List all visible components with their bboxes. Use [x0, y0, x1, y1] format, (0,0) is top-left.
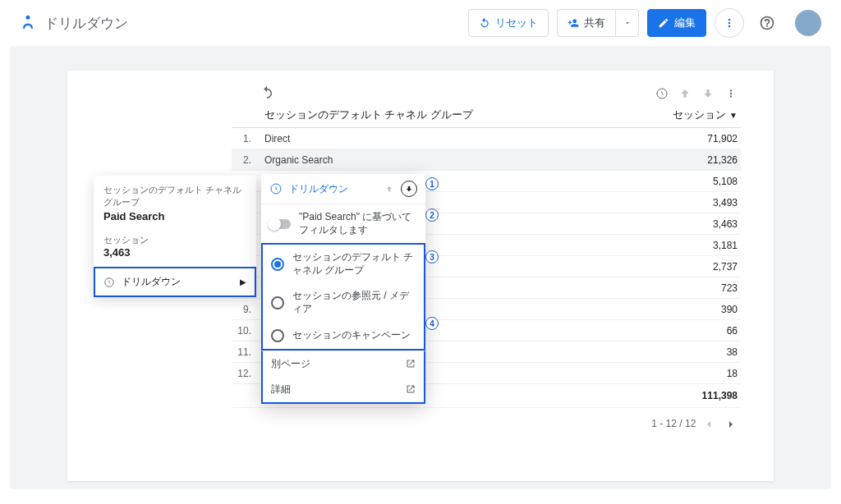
- looker-studio-logo-icon: [20, 15, 36, 31]
- popup-title: ドリルダウン: [289, 182, 378, 196]
- share-dropdown-caret[interactable]: [616, 9, 639, 37]
- undo-icon: [479, 17, 490, 29]
- table-row[interactable]: 2.Organic Search21,326: [232, 149, 741, 171]
- report-page: セッションのデフォルト チャネル グループ セッション▼ 1.Direct71,…: [67, 71, 774, 481]
- app-header: ドリルダウン リセット 共有 編集: [0, 0, 841, 46]
- drill-dimension-group: セッションのデフォルト チャネル グループセッションの参照元 / メディアセッシ…: [261, 243, 425, 350]
- table-more-icon[interactable]: [721, 84, 741, 103]
- tooltip-metric-value: 3,463: [94, 246, 256, 267]
- table-pager: 1 - 12 / 12: [232, 415, 741, 434]
- dimension-header[interactable]: セッションのデフォルト チャネル グループ: [261, 103, 622, 128]
- callout-1: 1: [425, 177, 439, 190]
- metric-cell: 2,737: [622, 256, 741, 277]
- drill-links-group: 別ページ 詳細: [261, 351, 425, 404]
- total-value: 111,398: [622, 384, 741, 408]
- metric-cell: 390: [622, 299, 741, 320]
- help-icon: [759, 15, 775, 31]
- metric-cell: 66: [622, 320, 741, 341]
- tooltip-drilldown-row[interactable]: ドリルダウン ▶: [94, 267, 256, 297]
- pencil-icon: [658, 17, 669, 29]
- more-menu-button[interactable]: [715, 8, 744, 38]
- cell-tooltip: セッションのデフォルト チャネル グループ Paid Search セッション …: [94, 176, 256, 297]
- callout-4: 4: [425, 317, 439, 330]
- radio-icon: [271, 329, 284, 342]
- drill-up-button[interactable]: [381, 181, 398, 197]
- drill-down-button[interactable]: [401, 181, 417, 197]
- svg-point-0: [26, 16, 30, 20]
- metric-cell: 3,493: [622, 192, 741, 213]
- radio-icon: [271, 258, 284, 271]
- sort-desc-icon: ▼: [729, 111, 738, 120]
- popup-link-new-page[interactable]: 別ページ: [263, 351, 424, 377]
- reset-button[interactable]: リセット: [468, 9, 549, 37]
- table-row[interactable]: 1.Direct71,902: [232, 128, 741, 149]
- metric-cell: 3,463: [622, 213, 741, 235]
- radio-icon: [271, 296, 284, 309]
- pager-prev[interactable]: [699, 415, 719, 434]
- metric-header[interactable]: セッション▼: [622, 103, 741, 128]
- popup-link-detail[interactable]: 詳細: [263, 377, 424, 402]
- drill-reset-icon[interactable]: [652, 84, 672, 103]
- drill-dimension-option[interactable]: セッションの参照元 / メディア: [263, 283, 424, 322]
- drill-down-icon[interactable]: [698, 84, 718, 103]
- callout-2: 2: [425, 208, 439, 222]
- history-icon: [103, 277, 115, 288]
- drill-dimension-option[interactable]: セッションのデフォルト チャネル グループ: [263, 245, 424, 283]
- undo-icon[interactable]: [260, 85, 274, 100]
- metric-cell: 3,181: [622, 235, 741, 256]
- toggle-switch[interactable]: [269, 219, 291, 229]
- popup-filter-row[interactable]: "Paid Search" に基づいてフィルタします: [261, 204, 425, 243]
- share-button[interactable]: 共有: [557, 9, 616, 37]
- callout-3: 3: [425, 250, 439, 263]
- tooltip-dim-value: Paid Search: [94, 210, 256, 229]
- metric-cell: 5,108: [622, 171, 741, 192]
- person-add-icon: [568, 17, 579, 29]
- metric-cell: 21,326: [622, 149, 741, 171]
- dimension-cell: Organic Search: [261, 149, 622, 171]
- drilldown-popup: ドリルダウン "Paid Search" に基づいてフィルタします セッションの…: [261, 174, 425, 404]
- metric-cell: 18: [622, 363, 741, 384]
- tooltip-dim-label: セッションのデフォルト チャネル グループ: [94, 176, 256, 210]
- drill-up-icon[interactable]: [675, 84, 695, 103]
- drill-dimension-option[interactable]: セッションのキャンペーン: [263, 323, 424, 349]
- dimension-cell: Direct: [261, 128, 622, 149]
- user-avatar[interactable]: [795, 10, 821, 36]
- help-button[interactable]: [752, 8, 782, 38]
- open-in-new-icon: [406, 359, 416, 369]
- table-toolbar: [649, 84, 741, 103]
- history-icon: [269, 182, 283, 195]
- metric-cell: 71,902: [622, 128, 741, 149]
- edit-button[interactable]: 編集: [647, 9, 706, 37]
- metric-cell: 723: [622, 277, 741, 299]
- open-in-new-icon: [406, 384, 416, 394]
- more-vert-icon: [723, 16, 736, 30]
- page-title: ドリルダウン: [44, 14, 128, 33]
- tooltip-metric-label: セッション: [94, 229, 256, 246]
- metric-cell: 38: [622, 341, 741, 363]
- chevron-right-icon: ▶: [240, 277, 246, 286]
- pager-next[interactable]: [721, 415, 741, 434]
- report-canvas: セッションのデフォルト チャネル グループ セッション▼ 1.Direct71,…: [10, 46, 831, 489]
